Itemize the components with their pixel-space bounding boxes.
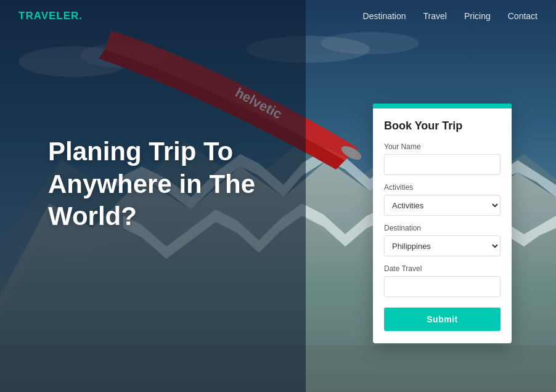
activities-field-group: Activities Activities Adventure Cultural…	[384, 183, 501, 216]
booking-card-title: Book Your Trip	[384, 120, 501, 133]
nav-pricing[interactable]: Pricing	[464, 11, 491, 21]
nav-links: Destination Travel Pricing Contact	[363, 10, 538, 22]
brand-dot: .	[79, 10, 83, 22]
booking-card-body: Book Your Trip Your Name Activities Acti…	[373, 108, 512, 343]
date-input[interactable]	[384, 276, 501, 297]
navbar: TRAVELER. Destination Travel Pricing Con…	[0, 0, 556, 32]
date-field-group: Date Travel	[384, 264, 501, 297]
name-field-group: Your Name	[384, 142, 501, 175]
destination-label: Destination	[384, 224, 501, 232]
activities-label: Activities	[384, 183, 501, 192]
booking-card-accent-bar	[373, 104, 512, 108]
booking-card: Book Your Trip Your Name Activities Acti…	[373, 104, 512, 343]
name-label: Your Name	[384, 142, 501, 151]
destination-field-group: Destination Philippines Japan Thailand B…	[384, 224, 501, 256]
submit-button[interactable]: Submit	[384, 308, 501, 331]
activities-select[interactable]: Activities Adventure Cultural Beach Moun…	[384, 195, 501, 216]
nav-destination[interactable]: Destination	[363, 11, 406, 21]
brand-name: TRAVELER	[18, 10, 79, 22]
svg-point-4	[321, 32, 419, 54]
date-label: Date Travel	[384, 264, 501, 273]
hero-headline: Planing Trip To Anywhere in The World?	[48, 136, 307, 233]
destination-select[interactable]: Philippines Japan Thailand Bali Europe U…	[384, 235, 501, 256]
nav-contact[interactable]: Contact	[508, 11, 538, 21]
nav-travel[interactable]: Travel	[423, 11, 447, 21]
name-input[interactable]	[384, 154, 501, 175]
brand-logo[interactable]: TRAVELER.	[18, 10, 83, 22]
hero-text-block: Planing Trip To Anywhere in The World?	[48, 136, 307, 233]
